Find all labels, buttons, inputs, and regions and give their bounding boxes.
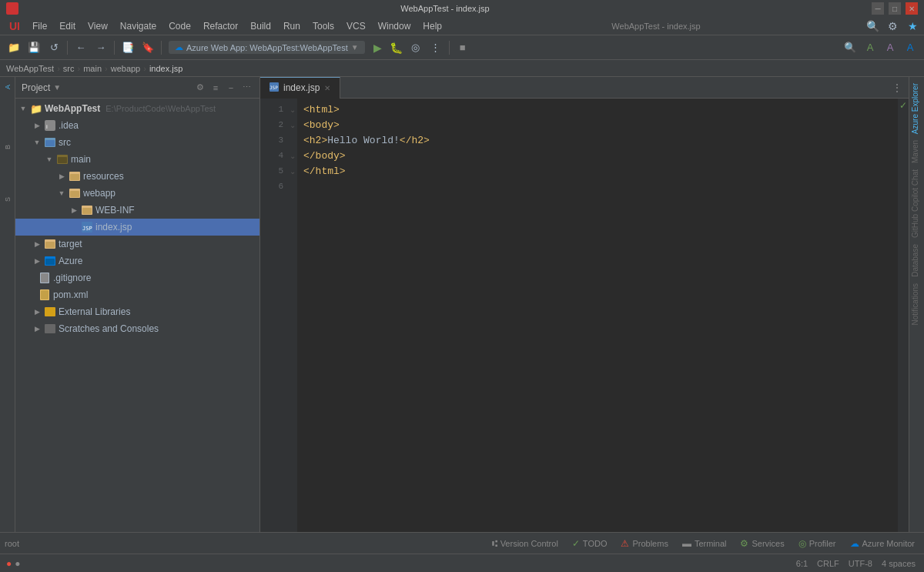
search-everywhere-button[interactable]: 🔍 xyxy=(864,17,881,35)
menu-ui[interactable]: UI xyxy=(3,18,26,34)
tree-item-gitignore[interactable]: .gitignore xyxy=(15,269,259,286)
tree-item-resources[interactable]: ▶ resources xyxy=(15,168,259,185)
tab-close-btn[interactable]: ✕ xyxy=(324,84,330,92)
tree-item-webinf[interactable]: ▶ WEB-INF xyxy=(15,202,259,219)
tree-item-root[interactable]: ▼ 📁 WebAppTest E:\ProductCode\WebAppTest xyxy=(15,100,259,117)
menu-vcs[interactable]: VCS xyxy=(340,19,372,33)
right-tab-maven[interactable]: Maven xyxy=(909,137,924,166)
azure-icon-1[interactable]: A xyxy=(861,38,879,57)
svg-rect-22 xyxy=(45,307,55,316)
menu-window[interactable]: Window xyxy=(372,19,417,33)
code-line-2: <body> xyxy=(303,117,892,132)
right-side-panels: Azure Explorer Maven GitHub Copilot Chat… xyxy=(909,77,924,532)
tree-item-target[interactable]: ▶ target xyxy=(15,236,259,253)
menu-navigate[interactable]: Navigate xyxy=(114,19,162,33)
close-button[interactable]: ✕ xyxy=(906,2,918,15)
ide-features-button[interactable]: ★ xyxy=(904,17,921,35)
webapp-folder-icon xyxy=(69,187,81,199)
tab-indexjsp[interactable]: JSP index.jsp ✕ xyxy=(260,77,340,99)
tree-item-indexjsp[interactable]: ▶ JSP index.jsp ← xyxy=(15,219,259,236)
tool-azure-monitor[interactable]: ☁ Azure Monitor xyxy=(845,537,919,550)
breadcrumb-src[interactable]: src xyxy=(63,64,75,73)
azure-icon-2[interactable]: A xyxy=(881,38,899,57)
run-button[interactable]: ▶ xyxy=(370,39,387,56)
fold-1[interactable]: ⌄ xyxy=(288,102,297,117)
azure-icon-3[interactable]: A xyxy=(901,38,919,57)
tree-item-idea[interactable]: ▶ i .idea xyxy=(15,117,259,134)
status-indent[interactable]: 4 spaces xyxy=(879,559,918,568)
idea-folder-icon: i xyxy=(44,119,56,132)
breadcrumb-webapp-folder[interactable]: webapp xyxy=(111,64,141,73)
project-structure-button[interactable]: 📁 xyxy=(5,38,23,57)
more-run-button[interactable]: ⋮ xyxy=(427,38,445,57)
run-configuration[interactable]: ☁ Azure Web App: WebAppTest:WebAppTest ▼ xyxy=(169,41,365,54)
status-line-ending[interactable]: CRLF xyxy=(815,559,842,568)
left-tab-structure[interactable]: S xyxy=(1,192,15,206)
search-icon[interactable]: 🔍 xyxy=(841,38,859,57)
debug-button[interactable]: 🐛 xyxy=(388,39,405,56)
status-position[interactable]: 6:1 xyxy=(794,559,810,568)
right-tab-copilot-chat[interactable]: GitHub Copilot Chat xyxy=(909,166,924,241)
left-tab-bookmarks[interactable]: B xyxy=(1,140,15,154)
breadcrumb-main[interactable]: main xyxy=(83,64,102,73)
save-all-button[interactable]: 💾 xyxy=(25,38,43,57)
recent-files-button[interactable]: 📑 xyxy=(119,38,137,57)
menu-tools[interactable]: Tools xyxy=(306,19,340,33)
menu-code[interactable]: Code xyxy=(162,19,197,33)
tree-item-main[interactable]: ▼ main xyxy=(15,151,259,168)
tool-todo[interactable]: ✓ TODO xyxy=(567,537,612,550)
project-collapse-btn[interactable]: − xyxy=(224,81,238,95)
tree-item-scratches[interactable]: ▶ Scratches and Consoles xyxy=(15,320,259,337)
fold-5[interactable]: ⌄ xyxy=(288,163,297,179)
tree-item-external-libs[interactable]: ▶ External Libraries xyxy=(15,303,259,320)
right-tab-notifications[interactable]: Notifications xyxy=(909,280,924,328)
status-encoding[interactable]: UTF-8 xyxy=(846,559,875,568)
tree-item-pomxml[interactable]: pom.xml xyxy=(15,286,259,303)
breadcrumb-file[interactable]: index.jsp xyxy=(149,64,182,73)
svg-rect-21 xyxy=(41,290,49,299)
tree-item-azure[interactable]: ▶ Azure xyxy=(15,253,259,269)
tool-profiler[interactable]: ◎ Profiler xyxy=(794,537,841,550)
menu-help[interactable]: Help xyxy=(417,19,448,33)
settings-button[interactable]: ⚙ xyxy=(884,17,901,35)
tool-terminal[interactable]: ▬ Terminal xyxy=(678,537,732,550)
right-tab-database[interactable]: Database xyxy=(909,241,924,280)
svg-rect-15 xyxy=(45,242,55,248)
fold-6 xyxy=(288,179,297,194)
tool-version-control[interactable]: ⑆ Version Control xyxy=(487,537,563,550)
editor-area: JSP index.jsp ✕ ⋮ 1 2 3 4 5 6 xyxy=(260,77,909,532)
terminal-icon: ▬ xyxy=(682,538,691,549)
maximize-button[interactable]: □ xyxy=(889,2,901,15)
menu-view[interactable]: View xyxy=(82,19,114,33)
project-settings-btn[interactable]: ⚙ xyxy=(193,81,207,95)
left-tab-azure-explorer[interactable]: A xyxy=(1,80,15,94)
code-content[interactable]: <html> <body> <h2>Hello World!</h2> </bo… xyxy=(297,99,898,532)
code-line-6 xyxy=(303,179,892,194)
indexjsp-file-icon: JSP xyxy=(81,221,93,233)
bookmarks-button[interactable]: 🔖 xyxy=(139,38,157,57)
tree-item-src[interactable]: ▼ src xyxy=(15,134,259,151)
menu-refactor[interactable]: Refactor xyxy=(197,19,244,33)
menu-run[interactable]: Run xyxy=(277,19,306,33)
editor-options-btn[interactable]: ⋮ xyxy=(892,82,902,94)
breadcrumb-webapp[interactable]: WebAppTest xyxy=(6,64,54,73)
menu-file[interactable]: File xyxy=(26,19,53,33)
menu-edit[interactable]: Edit xyxy=(53,19,82,33)
tool-services[interactable]: ⚙ Services xyxy=(735,537,788,550)
menu-build[interactable]: Build xyxy=(244,19,277,33)
forward-button[interactable]: → xyxy=(92,38,110,57)
coverage-button[interactable]: ◎ xyxy=(407,38,425,57)
tree-item-webapp[interactable]: ▼ webapp xyxy=(15,185,259,202)
right-tab-azure-explorer[interactable]: Azure Explorer xyxy=(909,80,924,137)
minimize-button[interactable]: ─ xyxy=(872,2,884,15)
stop-button[interactable]: ■ xyxy=(454,38,472,57)
fold-2[interactable]: ⌄ xyxy=(288,117,297,132)
profiler-label: Profiler xyxy=(809,539,836,548)
tree-label-resources: resources xyxy=(83,171,124,182)
back-button[interactable]: ← xyxy=(72,38,90,57)
status-icon-warning: ● xyxy=(15,558,20,569)
project-sort-btn[interactable]: ≡ xyxy=(209,81,223,95)
project-more-btn[interactable]: ⋯ xyxy=(239,81,253,95)
tool-problems[interactable]: ⚠ Problems xyxy=(616,537,672,550)
sync-button[interactable]: ↺ xyxy=(45,38,63,57)
